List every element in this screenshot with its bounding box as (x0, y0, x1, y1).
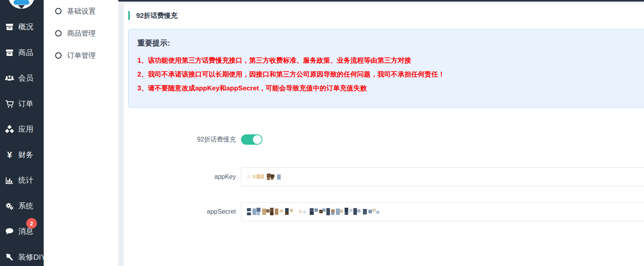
submenu-item-basic-settings[interactable]: 基础设置 (44, 0, 118, 22)
archive-box-icon (4, 48, 15, 57)
messages-count-badge: 2 (26, 218, 37, 229)
comment-icon (4, 227, 15, 236)
alert-line-2: 2、我司不承诺该接口可以长期使用，因接口和第三方公司原因导致的任何问题，我司不承… (137, 67, 644, 81)
sidebar-item-finance[interactable]: ¥ 财务 (0, 142, 44, 168)
feature-toggle-switch[interactable] (241, 134, 262, 145)
sidebar-item-label: 统计 (18, 175, 33, 186)
sidebar-item-apps[interactable]: 应用 (0, 117, 44, 142)
sidebar-item-label: 系统 (18, 201, 33, 211)
alert-title: 重要提示: (137, 38, 644, 48)
section-title: 92折话费慢充 (136, 11, 177, 20)
cubes-icon (4, 124, 15, 134)
section-header: 92折话费慢充 (128, 11, 644, 20)
submenu-item-label: 商品管理 (67, 29, 96, 38)
primary-nav: 概况 商品 会员 订单 应用 ¥ (0, 0, 44, 266)
appsecret-input[interactable] (241, 202, 644, 221)
archive-box-icon (4, 22, 15, 32)
sidebar-item-orders[interactable]: 订单 (0, 91, 44, 117)
sidebar-item-system[interactable]: 系统 (0, 193, 44, 219)
submenu-scrollbar-track[interactable] (118, 2, 123, 266)
appkey-label: appKey (128, 173, 241, 180)
users-icon (4, 73, 15, 83)
settings-form: 92折话费慢充 appKey (128, 134, 644, 221)
radio-ring-icon (55, 8, 62, 14)
sidebar-item-decorate-diy[interactable]: 装修DIY (0, 245, 44, 266)
sidebar-item-statistics[interactable]: 统计 (0, 168, 44, 193)
appkey-masked-value (247, 173, 287, 180)
primary-sidebar: 概况 商品 会员 订单 应用 ¥ (0, 0, 44, 266)
sidebar-item-label: 装修DIY (18, 252, 44, 262)
radio-ring-icon (55, 30, 62, 36)
sidebar-item-label: 会员 (18, 73, 33, 83)
appkey-input[interactable] (241, 167, 644, 186)
sidebar-item-members[interactable]: 会员 (0, 65, 44, 91)
content-panel: 92折话费慢充 重要提示: 1、该功能使用第三方话费慢充接口，第三方收费标准、服… (124, 4, 644, 266)
toggle-form-row: 92折话费慢充 (128, 134, 644, 145)
alert-line-1: 1、该功能使用第三方话费慢充接口，第三方收费标准、服务政策、业务流程等由第三方对… (137, 54, 644, 67)
yen-icon: ¥ (4, 150, 15, 160)
submenu-item-label: 订单管理 (67, 51, 96, 60)
radio-ring-icon (55, 52, 62, 59)
bar-chart-icon (4, 176, 15, 185)
section-accent-bar (128, 11, 130, 20)
gavel-icon (4, 253, 15, 262)
submenu-item-label: 基础设置 (67, 6, 96, 16)
alert-line-3: 3、请不要随意改成appKey和appSecret，可能会导致充值中的订单充值失… (137, 81, 644, 95)
app-logo-notch (18, 5, 25, 9)
sidebar-item-overview[interactable]: 概况 (0, 14, 44, 40)
important-notice-alert: 重要提示: 1、该功能使用第三方话费慢充接口，第三方收费标准、服务政策、业务流程… (128, 29, 644, 108)
sidebar-item-label: 财务 (18, 150, 33, 160)
submenu-item-order-management[interactable]: 订单管理 (44, 44, 118, 67)
sidebar-item-label: 商品 (18, 48, 33, 58)
secondary-sidebar: 基础设置 商品管理 订单管理 (44, 0, 118, 266)
toggle-label: 92折话费慢充 (128, 136, 241, 144)
sidebar-item-products[interactable]: 商品 (0, 40, 44, 66)
toggle-knob (253, 135, 262, 144)
appsecret-masked-value (247, 208, 380, 216)
app-logo-bar (13, 0, 29, 5)
appsecret-label: appSecret (128, 208, 241, 215)
sidebar-item-messages[interactable]: 2 消息 (0, 219, 44, 245)
appkey-form-row: appKey (128, 167, 644, 186)
appsecret-form-row: appSecret (128, 202, 644, 221)
sidebar-item-label: 订单 (18, 99, 33, 109)
submenu-item-product-management[interactable]: 商品管理 (44, 22, 118, 44)
cart-icon (4, 99, 15, 109)
header-bottom-edge (118, 0, 644, 2)
sidebar-item-label: 应用 (18, 124, 33, 134)
sidebar-item-label: 概况 (18, 22, 33, 32)
gears-icon (4, 201, 15, 211)
